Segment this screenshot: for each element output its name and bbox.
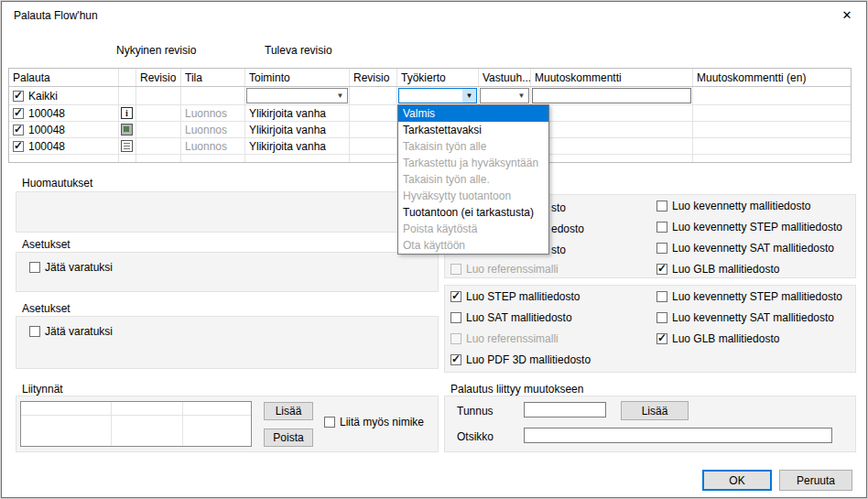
col-muutoskommentti-en: Muutoskommentti (en)	[693, 69, 851, 86]
muutoskommentti-all-input[interactable]	[532, 88, 691, 103]
create-light-sat-option: Luo kevennetty SAT mallitiedosto	[656, 242, 834, 255]
palauta-flow-dialog: Palauta Flow'hun ✕ Nykyinen revisio Tule…	[1, 1, 867, 498]
change-section-label: Palautus liittyy muutokseen	[450, 383, 583, 396]
col-tila: Tila	[181, 69, 245, 86]
item-id: 100048	[28, 107, 65, 120]
create-reference-model-option: Luo referenssimalli	[450, 263, 559, 276]
create-light-step-checkbox[interactable]	[656, 222, 667, 233]
dropdown-item: Takaisin työn alle	[398, 138, 548, 155]
dropdown-item[interactable]: Tuotantoon (ei tarkastusta)	[398, 204, 548, 221]
current-revision-header: Nykyinen revisio	[116, 44, 196, 57]
dropdown-item: Hyväksytty tuotantoon	[398, 188, 548, 204]
vastuuhenkilo-all-combo[interactable]: ▼	[480, 88, 529, 103]
create-glb-checkbox[interactable]	[656, 333, 667, 344]
clipped-label-fragment: sto	[551, 244, 566, 256]
item-action[interactable]: Ylikirjoita vanha	[245, 138, 350, 154]
keep-reserved-checkbox[interactable]	[29, 326, 40, 337]
create-glb-checkbox[interactable]	[656, 264, 667, 275]
settings2-section-label: Asetukset	[22, 302, 71, 315]
link-item-checkbox[interactable]	[324, 417, 335, 428]
info-icon: i	[121, 107, 133, 119]
tunnus-label: Tunnus	[457, 405, 494, 418]
keep-reserved-option-1: Jätä varatuksi	[29, 261, 113, 274]
item-action[interactable]: Ylikirjoita vanha	[245, 105, 350, 121]
tunnus-input[interactable]	[524, 402, 606, 418]
create-glb-option: Luo GLB mallitiedosto	[656, 263, 779, 276]
dropdown-item: Poista käytöstä	[398, 221, 548, 237]
drawing-icon	[121, 140, 133, 152]
links-section-label: Liitynnät	[22, 383, 63, 396]
toiminto-all-combo[interactable]: ▼	[246, 88, 348, 103]
otsikko-input[interactable]	[524, 428, 832, 443]
keep-reserved-label: Jätä varatuksi	[45, 261, 113, 274]
dropdown-item: Takaisin työn alle.	[398, 171, 548, 188]
model-icon	[121, 124, 133, 136]
dropdown-item[interactable]: Valmis	[398, 105, 548, 122]
create-light-model-option: Luo kevennetty mallitiedosto	[656, 200, 810, 212]
col-muutoskommentti: Muutoskommentti	[531, 69, 693, 86]
tyokierto-dropdown-list: Valmis Tarkastettavaksi Takaisin työn al…	[397, 104, 549, 255]
create-step-option: Luo STEP mallitiedosto	[450, 290, 580, 303]
col-revisio-future: Revisio	[350, 69, 397, 86]
chevron-down-icon[interactable]: ▼	[462, 89, 476, 103]
item-checkbox[interactable]	[13, 108, 24, 119]
item-checkbox[interactable]	[13, 125, 24, 136]
chevron-down-icon[interactable]: ▼	[333, 89, 347, 103]
otsikko-label: Otsikko	[457, 430, 494, 443]
col-revisio-current: Revisio	[136, 69, 181, 86]
dropdown-item: Tarkastettu ja hyväksyntään	[398, 155, 548, 171]
item-action[interactable]: Ylikirjoita vanha	[245, 122, 350, 137]
notes-section-label: Huomautukset	[22, 177, 92, 190]
link-item-option: Liitä myös nimike	[324, 416, 424, 428]
item-id: 100048	[28, 140, 65, 153]
create-light-step-option: Luo kevennetty STEP mallitiedosto	[656, 221, 842, 233]
create-pdf3d-option: Luo PDF 3D mallitiedosto	[450, 353, 591, 366]
item-id: 100048	[28, 124, 65, 136]
links-remove-button[interactable]: Poista	[264, 428, 313, 447]
col-toiminto: Toiminto	[245, 69, 350, 86]
clipped-label-fragment: sto	[551, 201, 566, 214]
create-step-checkbox[interactable]	[450, 291, 461, 302]
close-icon[interactable]: ✕	[837, 6, 857, 25]
future-revision-header: Tuleva revisio	[265, 44, 332, 57]
keep-reserved-option-2: Jätä varatuksi	[29, 325, 113, 338]
item-state: Luonnos	[181, 138, 245, 154]
col-vastuuhenkilo: Vastuuh...	[479, 69, 531, 86]
item-state: Luonnos	[181, 105, 245, 121]
item-state: Luonnos	[181, 122, 245, 137]
create-light-sat-checkbox[interactable]	[656, 243, 667, 254]
keep-reserved-checkbox[interactable]	[29, 262, 40, 273]
create-sat-checkbox[interactable]	[450, 312, 461, 323]
ok-button[interactable]: OK	[702, 470, 772, 491]
create-sat-option: Luo SAT mallitiedosto	[450, 311, 572, 324]
create-light-step-option: Luo kevennetty STEP mallitiedosto	[656, 290, 842, 303]
chevron-down-icon[interactable]: ▼	[515, 89, 528, 103]
col-icon	[119, 69, 136, 86]
create-light-sat-option: Luo kevennetty SAT mallitiedosto	[656, 311, 834, 324]
all-row-label: Kaikki	[28, 90, 58, 103]
change-add-button[interactable]: Lisää	[621, 401, 689, 420]
create-reference-model-checkbox[interactable]	[450, 333, 461, 344]
create-pdf3d-checkbox[interactable]	[450, 354, 461, 365]
cancel-button[interactable]: Peruuta	[779, 470, 852, 491]
col-tyokierto: Työkierto	[397, 69, 479, 86]
tyokierto-all-combo[interactable]: ▼	[398, 88, 477, 103]
create-reference-model-option: Luo referenssimalli	[450, 332, 559, 345]
links-add-button[interactable]: Lisää	[264, 402, 313, 420]
dialog-title: Palauta Flow'hun	[14, 9, 98, 22]
create-light-step-checkbox[interactable]	[656, 291, 667, 302]
links-listbox[interactable]	[20, 401, 252, 447]
listbox-divider	[21, 415, 251, 416]
listbox-divider	[111, 402, 112, 446]
notes-box	[16, 191, 439, 233]
clipped-label-fragment: edosto	[551, 222, 584, 235]
create-light-sat-checkbox[interactable]	[656, 312, 667, 323]
create-light-model-checkbox[interactable]	[656, 201, 667, 212]
item-checkbox[interactable]	[13, 141, 24, 152]
dropdown-item: Ota käyttöön	[398, 237, 548, 254]
select-all-checkbox[interactable]	[13, 91, 24, 102]
link-item-label: Liitä myös nimike	[340, 416, 424, 428]
dropdown-item[interactable]: Tarkastettavaksi	[398, 122, 548, 138]
col-palauta: Palauta	[9, 69, 119, 86]
create-reference-model-checkbox[interactable]	[450, 264, 461, 275]
